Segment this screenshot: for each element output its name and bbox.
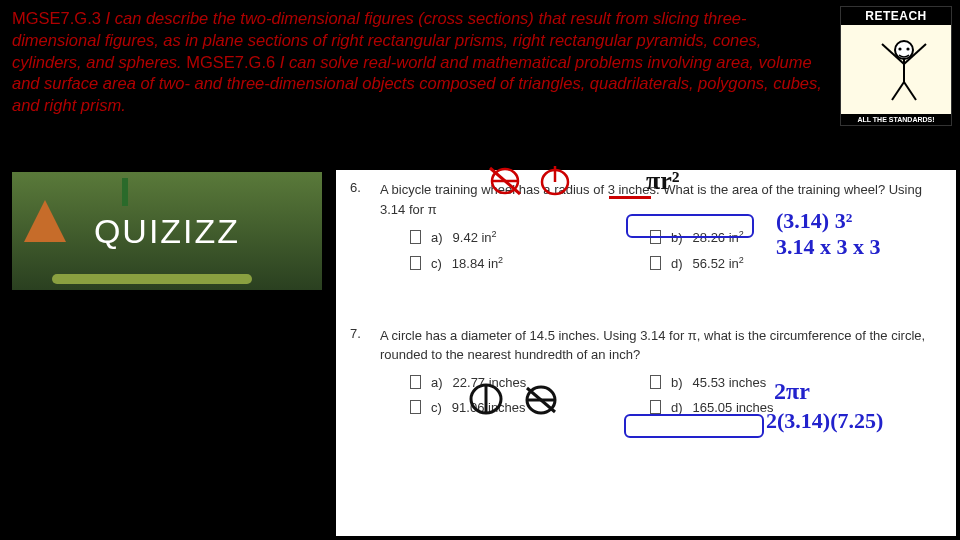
snake-icon [52,274,252,284]
q7-b-label: b) [671,375,683,390]
checkbox-icon[interactable] [650,375,661,389]
reteach-cartoon [841,25,951,114]
q6-c-label: c) [431,256,442,271]
q7-a-label: a) [431,375,443,390]
radius-circle-icon [536,162,574,198]
q6-answer-c[interactable]: c)18.84 in2 [410,255,590,271]
question-6: 6. A bicycle training wheel has a radius… [336,170,956,288]
checkbox-icon[interactable] [650,230,661,244]
standards-header: MGSE7.G.3 I can describe the two-dimensi… [12,8,822,117]
svg-line-7 [904,82,916,100]
plant-icon [122,178,128,206]
diameter-circle-icon [466,380,506,418]
checkbox-icon[interactable] [650,256,661,270]
q6-d-label: d) [671,256,683,271]
q6-answer-a[interactable]: a)9.42 in2 [410,229,590,245]
q6-b-value: 28.26 in [693,230,739,245]
q6-answer-d[interactable]: d)56.52 in2 [650,255,830,271]
q6-answer-b[interactable]: b)28.26 in2 [650,229,830,245]
q7-d-label: d) [671,400,683,415]
diameter-crossed-icon [486,164,524,198]
q6-a-value: 9.42 in [453,230,492,245]
svg-point-1 [898,47,901,50]
question-6-number: 6. [350,180,361,195]
reteach-top-banner: RETEACH [841,7,951,25]
reteach-bottom-banner: ALL THE STANDARDS! [841,114,951,125]
radius-crossed-icon [521,382,561,418]
q7-c-label: c) [431,400,442,415]
q6-b-label: b) [671,230,683,245]
q7-d-value: 165.05 inches [693,400,774,415]
svg-point-2 [906,47,909,50]
svg-line-6 [892,82,904,100]
question-7-text: A circle has a diameter of 14.5 inches. … [380,326,942,365]
q7-answer-d[interactable]: d)165.05 inches [650,400,830,415]
checkbox-icon[interactable] [650,400,661,414]
checkbox-icon[interactable] [410,230,421,244]
q7-b-value: 45.53 inches [693,375,767,390]
reteach-meme: RETEACH ALL THE STANDARDS! [840,6,952,126]
question-7-number: 7. [350,326,361,341]
checkbox-icon[interactable] [410,375,421,389]
quizizz-logo-text: QUIZIZZ [94,212,240,251]
question-7: 7. A circle has a diameter of 14.5 inche… [336,316,956,431]
q6-a-label: a) [431,230,443,245]
quizizz-banner: QUIZIZZ [12,172,322,290]
q6-c-value: 18.84 in [452,257,498,272]
standard-code-1: MGSE7.G.3 [12,9,106,27]
checkbox-icon[interactable] [410,256,421,270]
q7-answer-b[interactable]: b)45.53 inches [650,375,830,390]
checkbox-icon[interactable] [410,400,421,414]
question-6-text: A bicycle training wheel has a radius of… [380,180,942,219]
worksheet-panel: 6. A bicycle training wheel has a radius… [336,170,956,536]
fox-icon [24,200,66,242]
standard-code-2: MGSE7.G.6 [186,53,280,71]
q6-d-value: 56.52 in [693,257,739,272]
